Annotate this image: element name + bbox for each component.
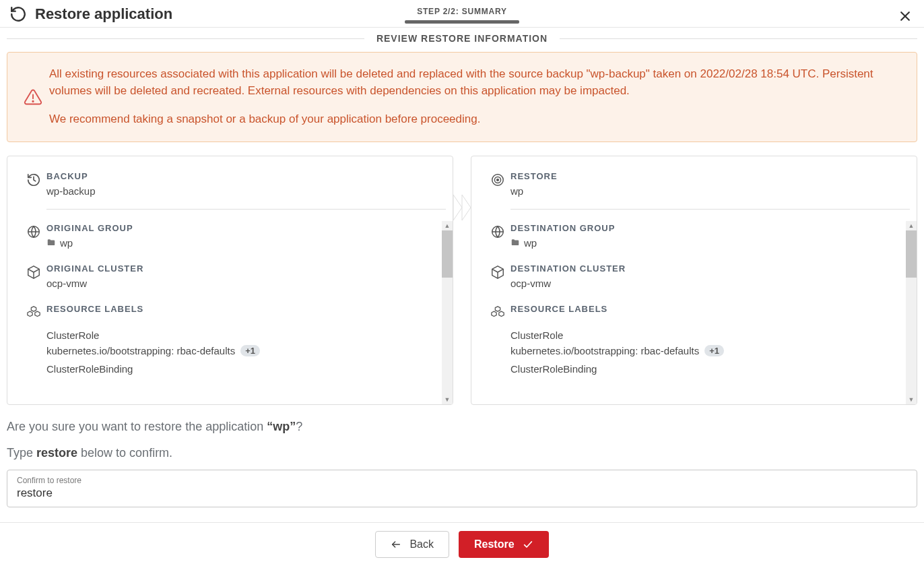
dialog-title: Restore application [35, 5, 172, 23]
confirm-input-wrapper[interactable]: Confirm to restore [7, 470, 917, 507]
backup-row: BACKUP wp-backup [26, 167, 446, 201]
globe-icon [490, 224, 510, 239]
svg-marker-8 [28, 311, 32, 316]
honeycomb-icon [26, 305, 46, 320]
restore-label: RESTORE [510, 171, 910, 181]
divider-line [560, 38, 917, 39]
confirm-instruction: Type restore below to confirm. [7, 446, 917, 460]
restore-row: RESTORE wp [490, 167, 910, 201]
backup-label: BACKUP [46, 171, 446, 181]
arrow-left-icon [391, 539, 401, 550]
resource-clusterrolebinding-title: ClusterRoleBinding [510, 363, 910, 375]
scroll-down-icon[interactable]: ▼ [444, 395, 451, 404]
resource-clusterrole-title: ClusterRole [46, 329, 446, 341]
count-badge: +1 [240, 345, 260, 356]
restore-button[interactable]: Restore [459, 531, 549, 558]
close-icon[interactable] [898, 9, 912, 23]
alert-line2: We recommend taking a snapshot or a back… [49, 111, 900, 128]
resource-item: ClusterRole kubernetes.io/bootstrapping:… [510, 329, 910, 356]
svg-marker-14 [495, 307, 500, 311]
scroll-up-icon[interactable]: ▲ [444, 221, 451, 230]
warning-icon [24, 88, 42, 106]
divider-line [7, 38, 364, 39]
back-button[interactable]: Back [375, 531, 449, 558]
resource-labels-label: RESOURCE LABELS [46, 304, 446, 314]
resource-labels-row: RESOURCE LABELS [26, 300, 446, 324]
svg-marker-4 [453, 195, 462, 220]
dialog-footer: Back Restore [0, 522, 924, 566]
destination-cluster-value: ocp-vmw [510, 278, 910, 289]
svg-point-12 [497, 179, 499, 181]
resource-item: ClusterRoleBinding [46, 363, 446, 375]
destination-group-row: DESTINATION GROUP wp [490, 219, 910, 253]
resource-clusterrolebinding-title: ClusterRoleBinding [46, 363, 446, 375]
destination-group-label: DESTINATION GROUP [510, 223, 910, 233]
resource-labels-label: RESOURCE LABELS [510, 304, 910, 314]
svg-marker-15 [492, 311, 496, 316]
confirm-input[interactable] [17, 486, 907, 500]
globe-icon [26, 224, 46, 239]
resource-labels-row: RESOURCE LABELS [490, 300, 910, 324]
confirm-input-label: Confirm to restore [17, 476, 907, 485]
target-icon [490, 172, 510, 187]
section-title-text: REVIEW RESTORE INFORMATION [364, 33, 560, 44]
backup-panel: BACKUP wp-backup ORIGINAL GROUP wp [7, 156, 453, 405]
scrollbar[interactable]: ▲ ▼ [906, 221, 917, 404]
step-text: STEP 2/2: SUMMARY [405, 7, 519, 16]
svg-point-3 [32, 101, 33, 102]
folder-icon [510, 238, 520, 247]
summary-panels: BACKUP wp-backup ORIGINAL GROUP wp [0, 142, 924, 412]
step-indicator: STEP 2/2: SUMMARY [405, 7, 519, 24]
folder-icon [46, 238, 56, 247]
destination-cluster-row: DESTINATION CLUSTER ocp-vmw [490, 259, 910, 293]
scroll-down-icon[interactable]: ▼ [909, 395, 915, 404]
alert-line1: All existing resources associated with t… [49, 66, 900, 99]
confirm-section: Are you sure you want to restore the app… [0, 412, 924, 507]
resource-clusterrole-title: ClusterRole [510, 329, 910, 341]
original-group-label: ORIGINAL GROUP [46, 223, 446, 233]
backup-value: wp-backup [46, 185, 446, 197]
original-group-row: ORIGINAL GROUP wp [26, 219, 446, 253]
svg-marker-16 [499, 311, 504, 316]
confirm-question: Are you sure you want to restore the app… [7, 420, 917, 434]
check-icon [523, 539, 533, 550]
restore-icon [9, 5, 27, 23]
section-title: REVIEW RESTORE INFORMATION [0, 28, 924, 52]
original-cluster-row: ORIGINAL CLUSTER ocp-vmw [26, 259, 446, 293]
destination-group-value: wp [510, 237, 910, 249]
resource-clusterrole-detail: kubernetes.io/bootstrapping: rbac-defaul… [46, 345, 446, 356]
history-icon [26, 172, 46, 187]
honeycomb-icon [490, 305, 510, 320]
scrollbar[interactable]: ▲ ▼ [442, 221, 453, 404]
scroll-up-icon[interactable]: ▲ [909, 221, 915, 230]
scrollbar-thumb[interactable] [442, 230, 453, 278]
divider [510, 209, 910, 210]
header-left: Restore application [9, 5, 172, 23]
cube-icon [26, 265, 46, 280]
original-group-value: wp [46, 237, 446, 249]
resource-clusterrole-detail: kubernetes.io/bootstrapping: rbac-defaul… [510, 345, 910, 356]
restore-panel: RESTORE wp DESTINATION GROUP wp [471, 156, 917, 405]
restore-value: wp [510, 185, 910, 197]
resource-item: ClusterRole kubernetes.io/bootstrapping:… [46, 329, 446, 356]
cube-icon [490, 265, 510, 280]
count-badge: +1 [704, 345, 724, 356]
svg-marker-7 [31, 307, 36, 311]
scrollbar-thumb[interactable] [906, 230, 917, 278]
destination-cluster-label: DESTINATION CLUSTER [510, 263, 910, 274]
connector-arrow-icon [453, 195, 471, 220]
svg-marker-5 [462, 195, 471, 220]
svg-marker-9 [35, 311, 40, 316]
divider [46, 209, 446, 210]
step-progress-bar [405, 20, 519, 24]
warning-alert: All existing resources associated with t… [7, 52, 917, 142]
original-cluster-label: ORIGINAL CLUSTER [46, 263, 446, 274]
original-cluster-value: ocp-vmw [46, 278, 446, 289]
resource-item: ClusterRoleBinding [510, 363, 910, 375]
dialog-header: Restore application STEP 2/2: SUMMARY [0, 0, 924, 28]
